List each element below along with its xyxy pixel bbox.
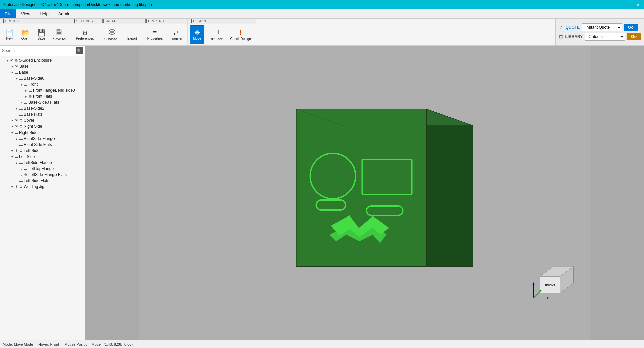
visibility-icon[interactable]: 👁 <box>15 124 18 128</box>
saveas-button[interactable]: AS Save As <box>50 25 69 44</box>
tree-item[interactable]: ▸▬Base-Side2 <box>0 105 85 111</box>
hover-text: Hover: Front <box>38 342 59 346</box>
visibility-icon[interactable]: 👁 <box>10 58 14 62</box>
left-panel: 🔍 ▾👁⚙5-Sided Enclosure▾👁Base▾▬Base▾▬Base… <box>0 46 85 340</box>
visibility-icon[interactable]: 👁 <box>15 149 18 153</box>
menu-bar: File View Help Admin <box>0 9 644 19</box>
toolbar-project-body: 📄 New 📂 Open 💾 Save AS <box>0 24 71 46</box>
library-select[interactable]: Cutouts <box>585 33 625 41</box>
tree-item-label: Left Side <box>24 148 39 153</box>
tree-item[interactable]: ▬Left Side Flats <box>0 178 85 184</box>
svg-marker-5 <box>110 30 114 34</box>
tree-item-label: Front Flats <box>33 94 52 99</box>
tree-item[interactable]: ▬Base Flats <box>0 111 85 117</box>
tree-toggle[interactable]: ▸ <box>19 167 23 171</box>
properties-button[interactable]: ≡ Properties <box>144 25 166 44</box>
svg-rect-2 <box>57 32 61 34</box>
tree-item[interactable]: ▾▬Left Side <box>0 154 85 160</box>
tree-item[interactable]: ▾👁⚙Cover <box>0 117 85 123</box>
menu-view[interactable]: View <box>16 9 35 18</box>
tree-toggle[interactable]: ▾ <box>10 125 14 128</box>
tree-item[interactable]: ▸▬Base-Side0 Flats <box>0 99 85 105</box>
tree-toggle[interactable]: ▾ <box>10 149 14 153</box>
editface-button[interactable]: Edit Face <box>206 25 226 44</box>
saveas-icon: AS <box>56 28 63 37</box>
toolbar-spacer <box>256 19 556 45</box>
tree-toggle[interactable]: ▸ <box>19 101 23 104</box>
tree-item[interactable]: ▾👁Base <box>0 63 85 69</box>
tree-item[interactable]: ▾👁⚙Left Side <box>0 148 85 154</box>
node-icon: ▬ <box>19 161 23 165</box>
library-title: LIBRARY <box>565 34 583 39</box>
tree-toggle[interactable]: ▾ <box>10 155 14 159</box>
toolbar: ▐ PROJECT 📄 New 📂 Open 💾 Save <box>0 19 644 46</box>
properties-icon: ≡ <box>153 29 157 36</box>
search-input[interactable] <box>2 48 76 53</box>
tree-toggle[interactable]: ▸ <box>15 161 19 165</box>
menu-help[interactable]: Help <box>35 9 53 18</box>
tree-toggle[interactable]: ▾ <box>19 83 23 86</box>
minimize-button[interactable]: — <box>619 1 625 8</box>
tree-item[interactable]: ▸▬RightSide-Flange <box>0 136 85 142</box>
tree-item[interactable]: ▸▬LeftTopFlange <box>0 166 85 172</box>
tree-toggle[interactable]: ▸ <box>19 173 23 177</box>
transfer-button[interactable]: ⇄ Transfer <box>167 25 185 44</box>
quote-row: ✓ QUOTE Instant Quote Go <box>559 23 641 31</box>
menu-admin[interactable]: Admin <box>53 9 75 18</box>
visibility-icon[interactable]: 👁 <box>15 118 18 122</box>
tree-toggle[interactable]: ▾ <box>10 131 14 135</box>
tree-item[interactable]: ▾▬Front <box>0 81 85 87</box>
save-button[interactable]: 💾 Save <box>34 25 49 44</box>
tree-item[interactable]: ▾▬Right Side <box>0 129 85 136</box>
tree-item-label: Right Side Flats <box>24 142 52 147</box>
subassembly-button[interactable]: Subasse... <box>101 25 123 44</box>
tree-toggle[interactable]: ▾ <box>10 119 14 122</box>
checkdesign-icon: ! <box>239 29 242 36</box>
tree-toggle[interactable]: ▾ <box>10 65 14 68</box>
tree-toggle[interactable]: ▸ <box>15 107 19 110</box>
tree-item[interactable]: ▸⚙LeftSide-Flange Flats <box>0 172 85 178</box>
quote-go-button[interactable]: Go <box>624 24 638 31</box>
tree-item[interactable]: ▸⚙Front Flats <box>0 93 85 99</box>
tree-item[interactable]: ▬Right Side Flats <box>0 142 85 148</box>
tree-item[interactable]: ▾👁⚙5-Sided Enclosure <box>0 57 85 63</box>
tree-item[interactable]: ▾▬Base-Side0 <box>0 75 85 81</box>
tree-toggle[interactable]: ▾ <box>5 59 9 62</box>
toolbar-create-body: Subasse... ↑ Export <box>99 24 142 46</box>
toolbar-design-label: ▐ DESIGN <box>188 19 256 24</box>
export-button[interactable]: ↑ Export <box>124 25 140 44</box>
close-button[interactable]: ✕ <box>635 1 641 8</box>
checkdesign-button[interactable]: ! Check Design <box>227 25 254 44</box>
viewport-3d[interactable]: FRONT <box>85 46 644 340</box>
visibility-icon[interactable]: 👁 <box>15 185 18 189</box>
tree-item[interactable]: ▸▬LeftSide-Flange <box>0 160 85 166</box>
tree-toggle[interactable]: ▾ <box>10 71 14 74</box>
visibility-icon[interactable]: 👁 <box>15 64 18 68</box>
node-icon: ⚙ <box>19 149 23 153</box>
node-icon: ▬ <box>29 89 32 92</box>
new-button[interactable]: 📄 New <box>2 25 17 44</box>
tree-toggle[interactable]: ▸ <box>15 137 19 141</box>
tree-toggle[interactable]: ▾ <box>10 185 14 189</box>
node-icon: ▬ <box>24 101 27 104</box>
tree-toggle[interactable]: ▸ <box>24 95 28 98</box>
search-button[interactable]: 🔍 <box>76 47 83 54</box>
tree-toggle[interactable]: ▾ <box>15 77 19 80</box>
subassembly-label: Subasse... <box>104 37 120 41</box>
tree-item[interactable]: ▸▬FrontFlangeBend side0 <box>0 87 85 93</box>
tree-item[interactable]: ▾👁⚙Welding Jig <box>0 184 85 190</box>
menu-file[interactable]: File <box>0 9 16 18</box>
preferences-button[interactable]: ⚙ Preferences <box>73 25 97 44</box>
status-bar: Mode: Move Mode Hover: Front Mouse Posit… <box>0 340 644 348</box>
maximize-button[interactable]: □ <box>627 1 633 8</box>
quote-select[interactable]: Instant Quote <box>582 23 622 31</box>
tree-item[interactable]: ▾👁⚙Right Side <box>0 123 85 129</box>
tree-item[interactable]: ▾▬Base <box>0 69 85 75</box>
open-button[interactable]: 📂 Open <box>18 25 33 44</box>
library-go-button[interactable]: Go <box>627 33 641 40</box>
toolbar-settings-label: ▐ SETTINGS <box>71 19 99 24</box>
new-label: New <box>6 37 13 40</box>
move-button[interactable]: ✥ Move <box>190 25 204 44</box>
tree-toggle[interactable]: ▸ <box>24 89 28 92</box>
node-icon: ⚙ <box>19 118 23 123</box>
